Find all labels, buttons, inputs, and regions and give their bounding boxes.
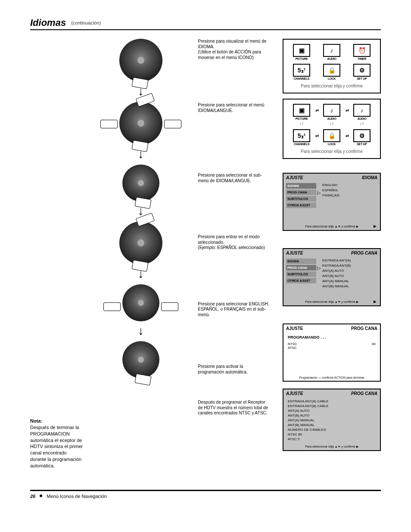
last-paragraph: Después de programar el Receptor de HDTV…: [198, 400, 271, 416]
step-text: Presione para seleccionar el menú IDIOMA…: [198, 103, 271, 113]
osd-tab: PROG CANA: [286, 265, 316, 271]
prog-value: 80: [372, 342, 376, 346]
page-number: 26: [30, 494, 35, 499]
box-footer: Para seleccionar elija ▲▼ y confirme ▶: [286, 445, 377, 448]
bullet-icon: [40, 495, 42, 497]
box-right-title: PROG CANA: [351, 391, 377, 396]
osd-tab: IDIOMA: [286, 258, 316, 264]
action-dial-icon: [119, 39, 162, 82]
osd-row: ANT(A) MANUAL: [322, 279, 377, 283]
result-row: ENTRADA ANT(B) CABLE: [288, 404, 376, 408]
lock-icon: 🔒: [323, 64, 340, 77]
setup-icon: ⚙: [353, 129, 371, 142]
arrow-icon: ↓↑: [350, 121, 374, 126]
audio-icon: ♪: [323, 44, 340, 57]
osd-option: ENGLISH: [322, 183, 377, 187]
osd-right-title: PROG CANA: [351, 251, 377, 255]
osd-footer: Para seleccionar elija ▲▼ y confirme ▶: [305, 225, 358, 228]
remote-sequence-column: ↓ ↓ ↓ ↓: [96, 39, 186, 477]
arrow-icon: ⇄: [346, 108, 349, 113]
page-subtitle: (continuación): [71, 20, 101, 25]
picture-icon: ▣: [293, 44, 310, 57]
hand-icon: [103, 302, 121, 311]
programming-progress-screen: AJUSTE PROG CANA PROGRAMANDO . . . NTSC8…: [283, 324, 381, 382]
osd-row: ENTRADA ANT(A): [322, 258, 377, 262]
osd-tab: PROG CANA: [286, 190, 316, 195]
screen-illustrations-column: ▣PICTURE ♪AUDIO ⏰TIMER 5₃¹CHANNELS 🔒LOCK…: [283, 39, 381, 477]
osd-option: ESPAÑOL: [322, 188, 377, 192]
box-footer: Programando — confirme ACTION para termi…: [286, 376, 377, 379]
osd-left-title: AJUSTE: [286, 251, 303, 255]
menu-grid-nav-screen: ▣PICTURE⇄↓↑ ♪AUDIO⇄↓↑ ♪AUDIO↓↑ 5₃¹CHANNE…: [283, 99, 381, 159]
arrow-icon: ⇄: [315, 134, 319, 138]
audio-icon: ♪: [353, 104, 371, 117]
osd-tab: IDIOMA: [286, 183, 316, 189]
prog-label: ATSC: [288, 346, 297, 350]
picture-icon: ▣: [293, 104, 310, 117]
step-text: Presione para seleccionar ENGLISH, ESPAÑ…: [198, 302, 271, 318]
result-row: ATSC 5: [288, 437, 376, 441]
left-notes-column: Nota: Después de terminar la PROGRAMACIO…: [30, 39, 84, 477]
programming-result-screen: AJUSTE PROG CANA ENTRADA ANT(A) CABLE EN…: [283, 389, 381, 451]
result-row: ENTRADA ANT(A) CABLE: [288, 399, 376, 403]
result-row: ANT(B) MANUAL: [288, 423, 376, 427]
triangle-icon: ▶: [374, 299, 377, 304]
step-text: Presione para activar la programación au…: [198, 364, 271, 375]
programming-subtitle: PROGRAMANDO . . .: [288, 335, 376, 339]
action-dial-icon: [122, 284, 159, 321]
footer-crumb: Menú Iconos de Navegación: [47, 494, 106, 499]
triangle-icon: ▷: [317, 190, 321, 196]
box-left-title: AJUSTE: [286, 391, 303, 396]
page-footer: 26 Menú Iconos de Navegación: [30, 491, 381, 499]
setup-icon: ⚙: [353, 64, 371, 77]
osd-row: ENTRADA ANT(B): [322, 264, 377, 268]
menu-grid-screen: ▣PICTURE ♪AUDIO ⏰TIMER 5₃¹CHANNELS 🔒LOCK…: [283, 39, 381, 93]
arrow-icon: ↓↑: [290, 121, 314, 126]
arrow-down-icon: ↓: [138, 325, 144, 337]
triangle-icon: ▷: [317, 265, 321, 271]
osd-option: FRANÇAIS: [322, 193, 377, 197]
result-row: NTSC 80: [288, 432, 376, 436]
step-text: Presione para seleccionar el sub-menú de…: [198, 173, 271, 184]
osd-idioma-screen: AJUSTE IDIOMA IDIOMA PROG CANA SUBTITULO…: [283, 173, 381, 231]
page-title: Idiomas: [30, 17, 66, 28]
osd-row: ANT(B) AUTO: [322, 274, 377, 278]
timer-icon: ⏰: [353, 44, 371, 57]
osd-right-title: IDIOMA: [362, 175, 377, 180]
note-title: Nota:: [30, 418, 84, 424]
box-right-title: PROG CANA: [351, 326, 377, 331]
action-dial-icon: [122, 341, 159, 378]
step-text: (Ejemplo: ESPAÑOL seleccionado): [198, 245, 271, 251]
note-body: Después de terminar la PROGRAMACION auto…: [30, 424, 84, 469]
osd-progcana-screen: AJUSTE PROG CANA IDIOMA PROG CANA SUBTIT…: [283, 248, 381, 306]
lock-icon: 🔒: [323, 129, 340, 142]
result-row: ANT(A) MANUAL: [288, 418, 376, 422]
hand-icon: [164, 120, 181, 128]
section-header: Idiomas (continuación): [30, 17, 381, 30]
screen-caption: Para seleccionar elija y confirme: [286, 82, 377, 88]
osd-tab: OTROS AJUST: [286, 278, 316, 283]
result-row: NUMERO DE CANALES: [288, 428, 376, 432]
hand-icon: [100, 120, 118, 128]
arrow-icon: ⇄: [315, 108, 319, 113]
action-dial-icon: [122, 165, 159, 202]
action-dial-icon: [119, 102, 162, 145]
osd-tab: SUBTITULOS: [286, 271, 316, 277]
channels-icon: 5₃¹: [293, 129, 310, 142]
arrow-icon: ⇄: [346, 134, 349, 138]
channels-icon: 5₃¹: [293, 64, 310, 77]
prog-label: NTSC: [288, 342, 297, 346]
osd-footer: Para seleccionar elija ▲▼ y confirme ▶: [305, 300, 358, 303]
osd-tab: SUBTITULOS: [286, 196, 316, 202]
action-dial-icon: [119, 221, 162, 264]
step-text: Presione para visualizar el menú de IDIO…: [198, 39, 271, 50]
triangle-icon: ▶: [374, 224, 377, 228]
osd-row: ANT(B) MANUAL: [322, 284, 377, 288]
step-text-column: Presione para visualizar el menú de IDIO…: [198, 39, 271, 477]
arrow-icon: ↓↑: [320, 121, 344, 126]
result-row: ANT(B) AUTO: [288, 414, 376, 417]
osd-left-title: AJUSTE: [286, 175, 303, 180]
step-text: (Utilice el botón de ACCIÓN para moverse…: [198, 50, 271, 60]
screen-caption: Para seleccionar elija y confirme: [286, 147, 377, 154]
audio-icon: ♪: [323, 104, 340, 117]
